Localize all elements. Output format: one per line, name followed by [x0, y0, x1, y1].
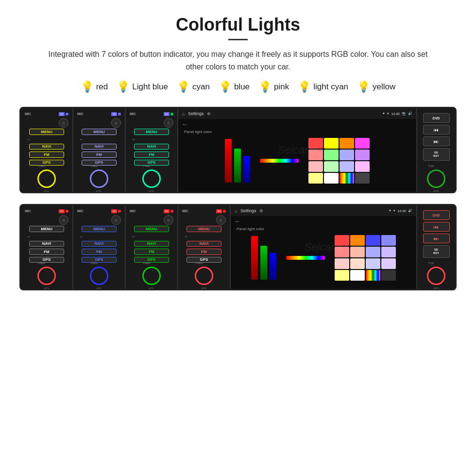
- gps-btn-3: GPS: [134, 160, 169, 166]
- screen-left-top: ⌂ Settings ⊕: [182, 111, 211, 117]
- back-btn-1: ←: [27, 137, 31, 142]
- vol-label-2: VOL: [96, 190, 102, 193]
- title-section: Colorful Lights Integrated with 7 colors…: [19, 15, 457, 73]
- screen-header-top: ⌂ Settings ⊕ ✦ ▾ 14:40 📷 🔊: [178, 108, 416, 119]
- ir-section-2: IR: [111, 112, 121, 116]
- navi-btn-3: NAVI: [134, 144, 169, 150]
- unit-top-section: MIC IR ⌂ MENU ← NAVI FM GPS PWR VOL: [19, 107, 457, 290]
- grid-cell-2: [324, 138, 339, 149]
- grid-cell-14: [324, 173, 339, 184]
- knob-b1: [37, 267, 56, 285]
- color-label-red: red: [96, 82, 108, 92]
- vol-label-b4: VOL: [201, 287, 207, 290]
- page-title: Colorful Lights: [19, 15, 457, 35]
- screen-content-bottom: Panel light color: [231, 227, 416, 289]
- screen-pin-bottom: ⊕: [259, 208, 263, 213]
- menu-btn-b3: MENU: [134, 226, 169, 232]
- right-panel-top: DVD ⏮ ⏭ SDRST TUN APS: [416, 108, 455, 192]
- menu-btn-b2: MENU: [82, 226, 117, 232]
- mic-label-3: MIC: [130, 112, 136, 116]
- color-label-blue: blue: [234, 82, 250, 92]
- color-label-cyan: cyan: [192, 82, 210, 92]
- color-label-lightblue: Light blue: [132, 82, 168, 92]
- title-divider: [228, 39, 248, 40]
- grid-cell-3: [340, 138, 354, 149]
- bar-red-bottom: [251, 236, 258, 280]
- menu-btn-b4: MENU: [187, 226, 221, 232]
- description-text: Integrated with 7 colors of button indic…: [39, 48, 437, 73]
- screen-title-bottom: Settings: [240, 208, 256, 213]
- gps-btn-2: GPS: [82, 160, 117, 166]
- color-label-lightcyan: light cyan: [313, 82, 348, 92]
- ir-dot-b1: [66, 210, 68, 213]
- mic-label-b1: MIC: [25, 209, 31, 213]
- vol-icon-b: 🔊: [408, 209, 412, 213]
- bt-icon: ✦: [382, 112, 385, 116]
- grid-b-cell-2: [350, 235, 365, 246]
- ir-bar-b2: IR: [111, 209, 117, 213]
- grid-cell-16: [355, 173, 370, 184]
- ir-dot-2: [118, 113, 121, 116]
- back-btn-b3: ←: [132, 234, 136, 239]
- knob-2: [90, 169, 108, 188]
- grid-cell-5: [308, 150, 323, 160]
- rainbow-bottom: [286, 256, 325, 260]
- vol-label-3: VOL: [149, 190, 154, 193]
- knob-b4: [195, 267, 213, 285]
- grid-b-cell-14: [350, 270, 365, 281]
- ir-dot-b2: [118, 210, 121, 213]
- next-btn-b: ⏭: [423, 234, 450, 243]
- navi-btn-b4: NAVI: [187, 241, 221, 247]
- color-label-pink: pink: [274, 82, 289, 92]
- grid-b-cell-1: [335, 235, 349, 246]
- fm-btn-1: FM: [29, 152, 64, 158]
- menu-btn-1: MENU: [29, 129, 64, 135]
- color-bars-bottom: [251, 236, 276, 280]
- right-knob-container-top: TUN APS: [427, 169, 445, 188]
- color-item-cyan: 💡 cyan: [177, 81, 210, 93]
- home-icon-bottom: ⌂: [235, 208, 238, 214]
- ir-section-b3: IR: [164, 209, 173, 213]
- pwr-label-2: PWR: [91, 165, 98, 168]
- knob-container-b4: PWR VOL: [195, 267, 213, 285]
- main-screen-top: ⌂ Settings ⊕ ✦ ▾ 14:40 📷 🔊 ←: [178, 108, 416, 192]
- knob-b3: [142, 267, 161, 285]
- back-arrow-bottom: ←: [231, 216, 416, 227]
- screen-status-bottom: ✦ ▾ 14:40 🔊: [389, 209, 412, 213]
- panel-b2: MIC IR ⌂ MENU ← NAVI FM GPS PWR VOL: [73, 205, 126, 289]
- gps-btn-b2: GPS: [82, 257, 117, 263]
- grid-cell-11: [340, 161, 354, 172]
- fm-btn-b1: FM: [29, 249, 64, 255]
- mic-label-b4: MIC: [182, 209, 188, 213]
- vol-label-b3: VOL: [149, 287, 154, 290]
- knob-container-3: PWR VOL: [142, 169, 161, 188]
- fm-btn-b2: FM: [82, 249, 117, 255]
- right-knob-bottom: [427, 267, 445, 285]
- bar-green-bottom: [260, 246, 267, 280]
- color-item-lightcyan: 💡 light cyan: [298, 81, 348, 93]
- color-list: 💡 red 💡 Light blue 💡 cyan 💡 blue 💡 pink …: [19, 81, 457, 93]
- gps-btn-b4: GPS: [187, 257, 221, 263]
- aps-label-top: APS: [433, 190, 439, 193]
- color-label-yellow: yellow: [373, 82, 395, 92]
- screen-pin-top: ⊕: [207, 111, 211, 116]
- grid-b-cell-11: [366, 258, 380, 269]
- home-btn-1: ⌂: [59, 118, 68, 128]
- knob-3: [142, 169, 161, 188]
- grid-cell-10: [324, 161, 339, 172]
- back-btn-3: ←: [132, 137, 136, 142]
- ir-bar-b3: IR: [164, 209, 170, 213]
- vol-icon: 🔊: [408, 112, 412, 116]
- knob-container-b1: PWR VOL: [37, 267, 56, 285]
- ir-bar-b4: IR: [216, 209, 222, 213]
- ir-section-3: IR: [164, 112, 173, 116]
- navi-btn-b3: NAVI: [134, 241, 169, 247]
- bar-blue-bottom: [270, 253, 276, 280]
- grid-cell-13: [308, 173, 323, 184]
- page-container: Colorful Lights Integrated with 7 colors…: [0, 0, 476, 311]
- bt-icon-b: ✦: [389, 209, 391, 213]
- vol-label-b1: VOL: [44, 287, 50, 290]
- grid-b-cell-4: [381, 235, 396, 246]
- panel-3: MIC IR ⌂ MENU ← NAVI FM GPS PWR VOL: [126, 108, 178, 192]
- time-top: 14:40: [391, 112, 400, 116]
